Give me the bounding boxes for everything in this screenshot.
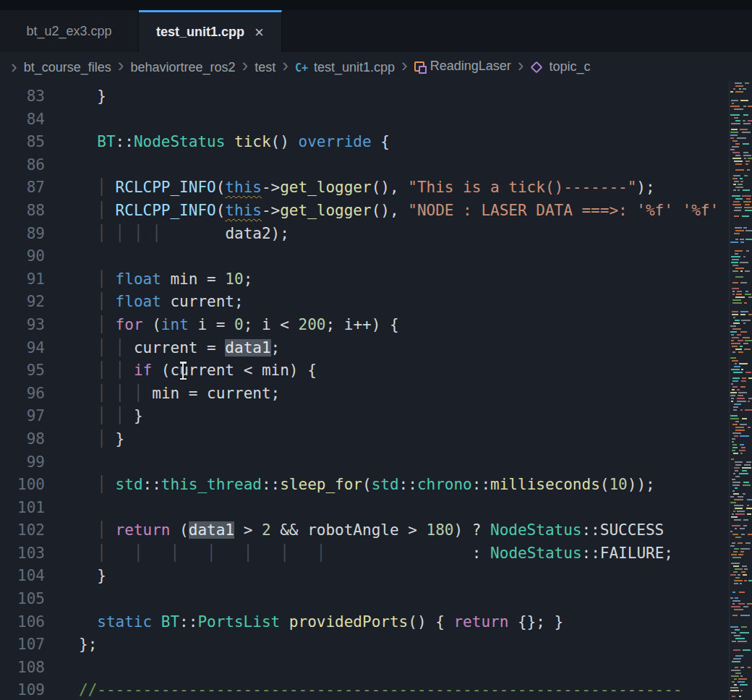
minimap-line (730, 114, 740, 116)
code-line-87[interactable]: 87 │ RCLCPP_INFO(this->get_logger(), "Th… (0, 176, 752, 200)
line-number[interactable]: 87 (0, 176, 45, 200)
line-number[interactable]: 104 (0, 565, 45, 588)
code-line-109[interactable]: 109//-----------------------------------… (0, 679, 752, 700)
breadcrumb-item-ReadingLaser[interactable]: ReadingLaser (414, 59, 511, 74)
minimap-line (734, 505, 743, 506)
minimap-line (735, 537, 741, 538)
code-line-90[interactable]: 90 (0, 245, 752, 268)
line-number[interactable]: 91 (0, 268, 45, 291)
minimap-line (737, 291, 742, 292)
breadcrumb-item-bt_course_files[interactable]: bt_course_files (24, 60, 111, 75)
line-number[interactable]: 106 (0, 611, 45, 634)
line-number[interactable]: 90 (0, 245, 45, 268)
minimap-line (734, 108, 743, 110)
line-number[interactable]: 97 (0, 405, 45, 428)
code-line-98[interactable]: 98 │ } (0, 428, 752, 451)
line-number[interactable]: 102 (0, 519, 45, 542)
minimap-line (730, 597, 733, 599)
minimap-line (730, 357, 736, 359)
code-line-101[interactable]: 101 (0, 497, 752, 520)
minimap-line (734, 210, 741, 211)
code-token: ( (600, 476, 610, 493)
minimap[interactable] (729, 81, 752, 700)
line-number[interactable]: 93 (0, 314, 45, 337)
minimap-line (740, 386, 745, 388)
code-line-108[interactable]: 108 (0, 657, 752, 680)
line-number[interactable]: 99 (0, 451, 45, 474)
breadcrumb-item-test_unit1.cpp[interactable]: C+test_unit1.cpp (295, 60, 395, 75)
minimap-line (741, 380, 746, 382)
code-token: NodeStatus (134, 133, 225, 150)
code-line-88[interactable]: 88 │ RCLCPP_INFO(this->get_logger(), "NO… (0, 200, 752, 223)
code-line-91[interactable]: 91 │ float min = 10; (0, 268, 752, 291)
line-number[interactable]: 100 (0, 474, 45, 497)
minimap-line (732, 302, 742, 304)
code-line-107[interactable]: 107}; (0, 633, 752, 657)
code-line-104[interactable]: 104 } (0, 565, 752, 588)
minimap-line (735, 85, 743, 87)
code-line-83[interactable]: 83 } (0, 85, 752, 108)
minimap-line (748, 427, 751, 428)
line-number[interactable]: 109 (0, 679, 45, 700)
code-token (280, 613, 289, 631)
line-number[interactable]: 95 (0, 359, 45, 383)
code-line-93[interactable]: 93 │ for (int i = 0; i < 200; i++) { (0, 314, 752, 337)
minimap-line (732, 337, 739, 338)
code-line-95[interactable]: 95 │ │ if (current < min) { (0, 359, 752, 383)
minimap-line (733, 317, 735, 318)
close-icon[interactable]: × (255, 25, 264, 40)
line-number[interactable]: 89 (0, 223, 45, 246)
chevron-right-icon: › (118, 54, 124, 76)
code-line-96[interactable]: 96 │ │ │ min = current; (0, 383, 752, 406)
minimap-line (740, 615, 750, 616)
line-number[interactable]: 96 (0, 383, 45, 406)
breadcrumb-item-test[interactable]: test (255, 60, 275, 75)
minimap-line (738, 554, 743, 555)
line-number[interactable]: 83 (0, 85, 45, 108)
tab-bt_u2_ex3[interactable]: bt_u2_ex3.cpp (0, 10, 139, 52)
code-line-106[interactable]: 106 static BT::PortsList providedPorts()… (0, 611, 752, 634)
code-line-86[interactable]: 86 (0, 154, 752, 177)
line-number[interactable]: 98 (0, 428, 45, 451)
minimap-line (740, 690, 743, 691)
line-number[interactable]: 88 (0, 200, 45, 223)
line-number[interactable]: 92 (0, 291, 45, 314)
code-token: NodeStatus (490, 545, 581, 562)
code-line-85[interactable]: 85 BT::NodeStatus tick() override { (0, 131, 752, 154)
code-line-105[interactable]: 105 (0, 588, 752, 611)
breadcrumb-item-behaviortree_ros2[interactable]: behaviortree_ros2 (130, 60, 235, 75)
minimap-line (731, 398, 734, 399)
tab-test_unit1[interactable]: test_unit1.cpp × (139, 10, 282, 52)
code-line-92[interactable]: 92 │ float current; (0, 291, 752, 314)
line-number[interactable]: 86 (0, 154, 45, 177)
code-line-89[interactable]: 89 │ │ │ │ data2); (0, 223, 752, 246)
code-token: static (97, 613, 152, 631)
line-number[interactable]: 108 (0, 657, 45, 680)
code-token: ; i < (244, 316, 299, 333)
minimap-line (732, 542, 735, 544)
code-line-103[interactable]: 103 │ │ │ │ │ │ │ : NodeStatus::FAILURE; (0, 542, 752, 565)
line-number[interactable]: 105 (0, 588, 45, 611)
line-number[interactable]: 84 (0, 108, 45, 132)
code-text (45, 154, 79, 177)
code-line-99[interactable]: 99 (0, 451, 752, 474)
code-line-102[interactable]: 102 │ return (data1 > 2 && robotAngle > … (0, 519, 752, 542)
line-number[interactable]: 85 (0, 131, 45, 154)
breadcrumb-item-topic_c[interactable]: topic_c (530, 59, 590, 74)
minimap-line (745, 161, 750, 162)
code-line-84[interactable]: 84 (0, 108, 752, 132)
line-number[interactable]: 103 (0, 542, 45, 565)
code-line-94[interactable]: 94 │ │ current = data1; (0, 337, 752, 360)
minimap-line (746, 508, 752, 509)
code-token (252, 545, 280, 562)
minimap-line (730, 531, 732, 532)
code-editor[interactable]: 83 }8485 BT::NodeStatus tick() override … (0, 81, 752, 700)
code-line-100[interactable]: 100 │ std::this_thread::sleep_for(std::c… (0, 474, 752, 497)
line-number[interactable]: 101 (0, 497, 45, 520)
code-line-97[interactable]: 97 │ │ } (0, 405, 752, 428)
code-token: │ (116, 385, 125, 402)
line-number[interactable]: 94 (0, 337, 45, 360)
line-number[interactable]: 107 (0, 633, 45, 657)
code-token: │ (116, 225, 125, 242)
code-token: 10 (225, 270, 243, 288)
